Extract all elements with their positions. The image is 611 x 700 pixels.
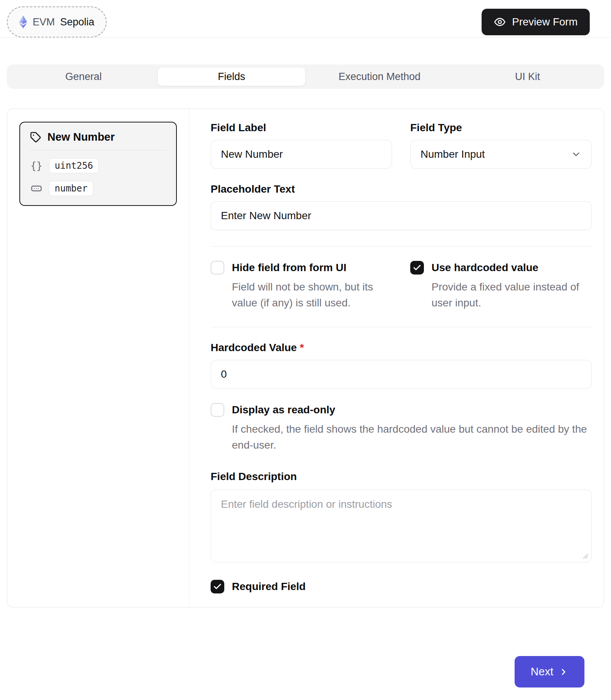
tab-execution-method[interactable]: Execution Method [306, 67, 454, 86]
use-hardcoded-group: Use hardcoded value Provide a fixed valu… [410, 261, 592, 311]
required-field-checkbox[interactable] [211, 580, 224, 593]
section-divider [211, 327, 592, 327]
field-card-kind-row: number [30, 181, 166, 196]
required-field-group: Required Field [211, 580, 592, 593]
network-name-label: Sepolia [60, 16, 94, 28]
footer: Next [0, 656, 611, 687]
tag-icon [30, 132, 41, 143]
hide-field-description: Field will not be shown, but its value (… [232, 279, 392, 311]
required-asterisk: * [300, 342, 304, 353]
tab-fields[interactable]: Fields [157, 67, 306, 86]
section-divider [211, 246, 592, 246]
hardcoded-value-heading: Hardcoded Value * [211, 342, 592, 354]
field-card-new-number[interactable]: New Number {} uint256 number [19, 122, 177, 206]
network-selector-pill[interactable]: EVM Sepolia [7, 6, 107, 38]
field-type-badge: uint256 [49, 158, 99, 173]
field-type-selected-value: Number Input [420, 148, 485, 160]
field-description-wrap [211, 490, 592, 562]
field-description-group: Field Description [211, 471, 592, 562]
field-settings-form: Field Label Field Type Number Input Plac… [189, 109, 604, 607]
field-type-heading: Field Type [410, 122, 592, 134]
tab-ui-kit[interactable]: UI Kit [454, 67, 602, 86]
field-type-group: Field Type Number Input [410, 122, 592, 169]
hide-field-checkbox-row[interactable]: Hide field from form UI [211, 261, 392, 275]
use-hardcoded-label: Use hardcoded value [431, 262, 539, 274]
network-platform-label: EVM [33, 16, 55, 28]
use-hardcoded-checkbox[interactable] [410, 261, 424, 275]
display-readonly-label: Display as read-only [232, 404, 335, 416]
hide-field-checkbox[interactable] [211, 261, 224, 275]
check-icon [413, 263, 422, 272]
hide-field-label: Hide field from form UI [232, 262, 346, 274]
placeholder-input[interactable] [211, 201, 592, 230]
curly-braces-icon: {} [30, 160, 43, 171]
placeholder-group: Placeholder Text [211, 183, 592, 230]
field-card-type-row: {} uint256 [30, 158, 166, 173]
display-readonly-checkbox[interactable] [211, 403, 224, 417]
hardcoded-value-label-text: Hardcoded Value [211, 342, 297, 353]
field-description-textarea[interactable] [211, 490, 592, 562]
fields-editor-panel: New Number {} uint256 number [7, 108, 604, 607]
next-button-label: Next [531, 665, 553, 678]
hardcoded-value-group: Hardcoded Value * [211, 342, 592, 389]
field-card-title: New Number [47, 131, 115, 143]
header: EVM Sepolia Preview Form [0, 0, 611, 37]
display-readonly-group: Display as read-only If checked, the fie… [211, 403, 592, 453]
preview-form-button[interactable]: Preview Form [482, 9, 590, 35]
field-label-input[interactable] [211, 140, 392, 169]
eye-icon [494, 16, 506, 28]
field-list-sidebar: New Number {} uint256 number [7, 109, 189, 607]
display-readonly-checkbox-row[interactable]: Display as read-only [211, 403, 592, 417]
field-label-group: Field Label [211, 122, 392, 169]
input-box-icon [30, 183, 43, 194]
use-hardcoded-description: Provide a fixed value instead of user in… [431, 279, 592, 311]
ethereum-icon [19, 16, 27, 28]
display-readonly-description: If checked, the field shows the hardcode… [232, 421, 592, 453]
tab-bar: General Fields Execution Method UI Kit [7, 64, 604, 89]
required-field-checkbox-row[interactable]: Required Field [211, 580, 592, 593]
placeholder-heading: Placeholder Text [211, 183, 592, 195]
hardcoded-value-input[interactable] [211, 360, 592, 389]
hide-field-group: Hide field from form UI Field will not b… [211, 261, 392, 311]
field-description-heading: Field Description [211, 471, 592, 483]
field-kind-badge: number [49, 181, 93, 196]
next-button[interactable]: Next [515, 656, 584, 687]
chevron-down-icon [571, 149, 581, 160]
check-icon [213, 582, 222, 591]
tab-general[interactable]: General [9, 67, 157, 86]
field-card-header: New Number [30, 131, 166, 151]
preview-form-label: Preview Form [512, 16, 578, 28]
required-field-label: Required Field [232, 581, 306, 593]
chevron-right-icon [559, 667, 568, 677]
field-type-select[interactable]: Number Input [410, 140, 592, 169]
use-hardcoded-checkbox-row[interactable]: Use hardcoded value [410, 261, 592, 275]
field-label-heading: Field Label [211, 122, 392, 134]
